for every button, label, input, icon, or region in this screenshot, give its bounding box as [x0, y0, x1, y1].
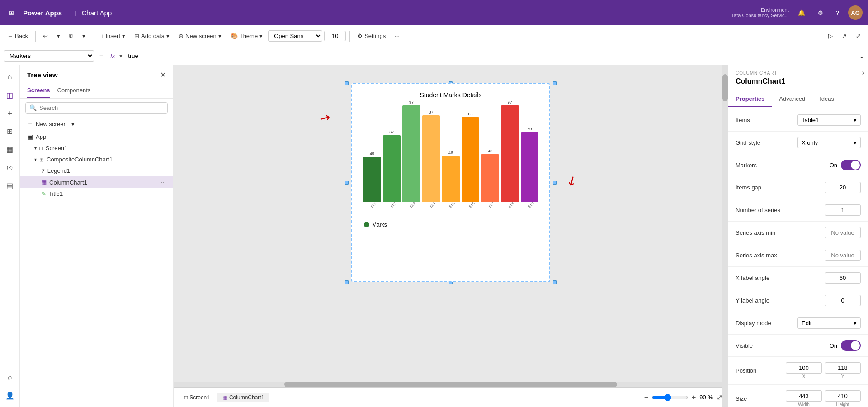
chart-container[interactable]: Student Marks Details 45 67	[351, 83, 550, 282]
size-w-label: Width	[798, 402, 810, 407]
insert-button[interactable]: + Insert ▾	[97, 31, 129, 41]
screen-tab-columnchart1[interactable]: ▦ ColumnChart1	[217, 393, 269, 402]
back-label: Back	[15, 33, 28, 39]
tab-components[interactable]: Components	[57, 83, 91, 98]
canvas-inner: Student Marks Details 45 67	[174, 65, 728, 382]
media-panel-icon[interactable]: ▤	[2, 177, 18, 194]
paste-dropdown[interactable]: ▾	[79, 31, 89, 41]
rp-tab-properties[interactable]: Properties	[728, 92, 772, 107]
fit-screen-button[interactable]: ⤢	[717, 393, 722, 402]
formula-fx-button[interactable]: fx	[108, 52, 117, 59]
canvas-bottom: □ Screen1 ▦ ColumnChart1 − + 90 % ⤢	[174, 387, 728, 407]
bar-value-4: 46	[448, 151, 453, 155]
formula-input[interactable]	[125, 51, 856, 61]
more-button[interactable]: ···	[391, 31, 403, 41]
more-options-button[interactable]: ···	[160, 179, 166, 186]
variables-panel-icon[interactable]: (x)	[2, 159, 18, 175]
chart-tab-label: ColumnChart1	[229, 394, 264, 401]
preview-button[interactable]: ▷	[825, 31, 836, 41]
bar-group-4: 46	[442, 151, 460, 202]
zoom-slider[interactable]	[652, 394, 688, 401]
new-screen-item[interactable]: ＋ New screen ▾	[20, 117, 173, 131]
settings-button[interactable]: ⚙ Settings	[354, 31, 389, 41]
size-h-input[interactable]	[825, 390, 861, 402]
position-y-input[interactable]	[825, 362, 861, 374]
search-input[interactable]	[39, 104, 164, 111]
items-dropdown[interactable]: Table1 ▾	[797, 114, 861, 126]
tree-item-label: Legend1	[47, 167, 71, 174]
settings-icon[interactable]: ⚙	[814, 8, 827, 18]
canvas-scroll[interactable]: Student Marks Details 45 67	[174, 65, 728, 382]
new-screen-icon: ⊕	[179, 33, 184, 39]
back-button[interactable]: ← Back	[4, 31, 32, 41]
size-w-input[interactable]	[786, 390, 822, 402]
notification-icon[interactable]: 🔔	[794, 8, 809, 18]
add-data-button[interactable]: ⊞ Add data ▾	[131, 31, 173, 41]
vertical-scrollbar[interactable]	[722, 65, 728, 407]
tree-item-composite[interactable]: ▾ ⊞ CompositeColumnChart1	[20, 154, 173, 165]
data-panel-icon[interactable]: ⊞	[2, 123, 18, 139]
theme-chevron: ▾	[259, 33, 263, 39]
rp-tab-ideas[interactable]: Ideas	[812, 92, 841, 107]
bar-4	[442, 156, 460, 202]
sel-handle-br[interactable]	[553, 280, 557, 284]
theme-button[interactable]: 🎨 Theme ▾	[227, 31, 266, 41]
home-icon[interactable]: ⌂	[2, 69, 18, 85]
position-x-input[interactable]	[786, 362, 822, 374]
sel-handle-bl[interactable]	[345, 280, 349, 284]
tree-item-app[interactable]: ▣ App	[20, 131, 173, 142]
tab-screens[interactable]: Screens	[27, 83, 50, 98]
tree-item-title1[interactable]: ✎ Title1	[20, 188, 173, 199]
font-size-input[interactable]	[324, 31, 346, 41]
sel-handle-ml[interactable]	[345, 181, 349, 185]
display-mode-dropdown[interactable]: Edit ▾	[797, 317, 861, 329]
undo-button[interactable]: ↩	[39, 31, 52, 41]
tree-item-columnchart1[interactable]: ▦ ColumnChart1 ···	[20, 176, 173, 188]
rp-expand-button[interactable]: ›	[862, 69, 864, 77]
toolbar-sep-3	[349, 31, 350, 42]
formula-expand-icon[interactable]: ⌄	[859, 52, 864, 60]
visible-toggle[interactable]	[841, 340, 861, 351]
sel-handle-mr[interactable]	[553, 181, 557, 185]
tree-close-button[interactable]: ✕	[160, 71, 166, 79]
x-label-angle-input[interactable]	[825, 272, 861, 284]
chart-wrapper: Student Marks Details 45 67	[347, 83, 555, 282]
search-panel-icon[interactable]: ⌕	[2, 369, 18, 385]
copy-button[interactable]: ⧉	[66, 31, 77, 42]
help-icon[interactable]: ?	[832, 8, 843, 18]
font-select[interactable]: Open Sans	[268, 30, 322, 42]
sel-handle-tr[interactable]	[553, 81, 557, 85]
grid-style-dropdown[interactable]: X only ▾	[797, 137, 861, 148]
account-icon[interactable]: 👤	[2, 387, 18, 403]
insert-panel-icon[interactable]: ＋	[2, 105, 18, 121]
rp-type-label: COLUMN CHART	[736, 71, 861, 76]
rp-tab-advanced[interactable]: Advanced	[772, 92, 812, 107]
series-axis-min-input[interactable]	[825, 227, 861, 238]
sel-handle-tl[interactable]	[345, 81, 349, 85]
screen-tab-screen1[interactable]: □ Screen1	[179, 393, 215, 402]
pos-y-label: Y	[841, 374, 844, 379]
rp-row-markers: Markers On	[728, 156, 868, 174]
formula-select[interactable]: Markers	[4, 50, 94, 62]
items-gap-input[interactable]	[825, 182, 861, 193]
tree-item-screen1[interactable]: ▾ □ Screen1	[20, 142, 173, 154]
undo-dropdown[interactable]: ▾	[53, 31, 64, 41]
markers-toggle[interactable]	[841, 160, 861, 170]
series-axis-max-input[interactable]	[825, 250, 861, 261]
display-mode-value: Edit	[802, 320, 811, 327]
horizontal-scrollbar[interactable]	[174, 382, 728, 387]
number-of-series-input[interactable]	[825, 204, 861, 216]
zoom-out-button[interactable]: −	[644, 393, 648, 402]
grid-icon[interactable]: ⊞	[5, 8, 18, 18]
size-h-wrap: Height	[825, 390, 861, 407]
charts-panel-icon[interactable]: ▦	[2, 141, 18, 157]
share-icon[interactable]: ↗	[838, 31, 850, 41]
new-screen-button[interactable]: ⊕ New screen ▾	[175, 31, 225, 41]
fullscreen-icon[interactable]: ⤢	[852, 31, 864, 41]
y-label-angle-input[interactable]	[825, 295, 861, 306]
tree-item-legend1[interactable]: ? Legend1	[20, 165, 173, 176]
tree-view-icon[interactable]: ◫	[2, 87, 18, 103]
grid-style-label: Grid style	[736, 139, 760, 146]
zoom-in-button[interactable]: +	[692, 393, 696, 402]
env-name: Tata Consultancy Servic...	[731, 13, 789, 18]
